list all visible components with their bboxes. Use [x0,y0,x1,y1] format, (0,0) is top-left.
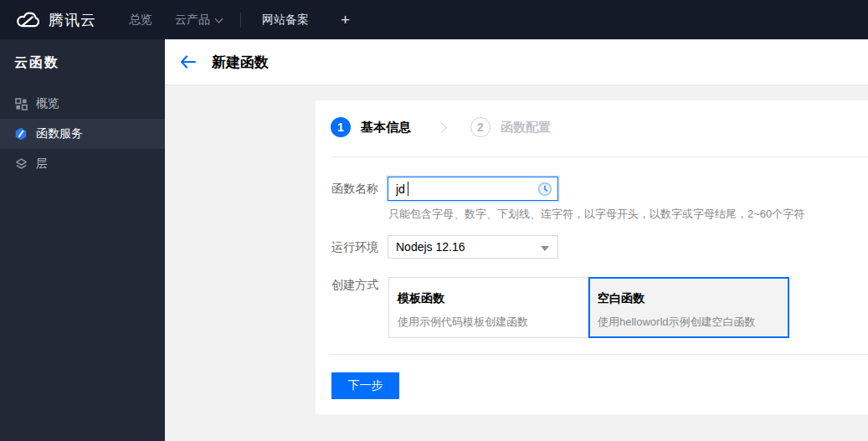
grid-icon [14,97,28,110]
nav-products[interactable]: 云产品 [175,13,222,28]
sidebar-nav: 概览 函数服务 层 [0,89,165,179]
brand-name[interactable]: 腾讯云 [49,10,96,30]
layers-icon [14,157,28,171]
dropdown-caret-icon [541,246,549,251]
card-description: 使用示例代码模板创建函数 [398,315,588,330]
next-step-button[interactable]: 下一步 [331,372,399,399]
runtime-label: 运行环境 [331,240,378,255]
chevron-down-icon [215,14,223,23]
sidebar-item-function-service[interactable]: 函数服务 [0,119,165,149]
back-arrow-icon [180,55,197,69]
function-name-input[interactable] [388,177,558,201]
step-2-circle: 2 [470,117,490,137]
topbar: 腾讯云 总览 云产品 网站备案 + [0,0,868,39]
tencent-cloud-logo-icon[interactable] [14,10,41,30]
creation-method-label: 创建方式 [331,278,378,293]
step-indicator: 1 基本信息 2 函数配置 [331,117,551,137]
scf-hexagon-icon [14,127,28,141]
divider [331,354,868,355]
page-title: 新建函数 [212,53,269,72]
card-title: 空白函数 [598,291,788,306]
method-card-template-function[interactable]: 模板函数 使用示例代码模板创建函数 [388,277,588,338]
step-2-label: 函数配置 [501,120,551,136]
sidebar-item-label: 函数服务 [36,126,83,141]
nav-icp[interactable]: 网站备案 [262,13,309,28]
content-header: 新建函数 [165,39,868,85]
text-cursor [408,182,408,196]
sidebar: 云函数 概览 函数服务 [0,39,165,441]
back-button[interactable] [180,55,197,69]
add-tab-button[interactable]: + [341,12,350,28]
step-1-label: 基本信息 [361,120,411,136]
sidebar-item-label: 层 [36,156,48,172]
create-function-panel: 1 基本信息 2 函数配置 函数名称 只能包含字母、数字、下划线、连字符，以字母… [316,100,868,414]
function-name-field [388,177,558,201]
sidebar-item-layers[interactable]: 层 [0,149,165,179]
function-name-help: 只能包含字母、数字、下划线、连字符，以字母开头，以数字或字母结尾，2~60个字符 [388,207,804,222]
card-description: 使用helloworld示例创建空白函数 [598,315,788,330]
function-name-label: 函数名称 [331,182,378,197]
validating-clock-icon [537,182,552,200]
nav-divider [240,13,241,28]
topbar-nav: 总览 云产品 网站备案 + [129,12,350,28]
runtime-selected-value: Nodejs 12.16 [396,240,465,254]
runtime-select[interactable]: Nodejs 12.16 [388,235,558,259]
method-card-blank-function[interactable]: 空白函数 使用helloworld示例创建空白函数 [588,277,789,338]
nav-overview[interactable]: 总览 [129,13,152,28]
card-title: 模板函数 [398,291,588,306]
sidebar-title: 云函数 [0,39,165,72]
step-1-circle: 1 [331,117,351,137]
sidebar-item-label: 概览 [36,96,59,111]
sidebar-item-overview[interactable]: 概览 [0,89,165,119]
step-chevron-icon [436,122,447,133]
divider [331,156,868,157]
